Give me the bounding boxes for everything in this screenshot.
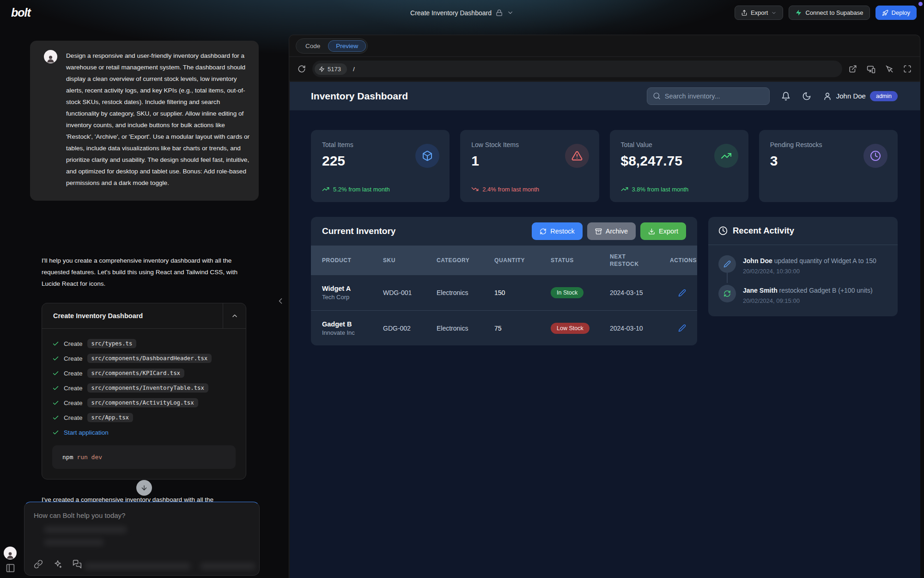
rocket-icon [882, 10, 888, 16]
responsive-devices-icon[interactable] [867, 65, 875, 74]
blurred-text [85, 563, 191, 570]
start-application-row[interactable]: Start application [52, 425, 236, 440]
open-external-icon[interactable] [849, 65, 857, 73]
cell-restock-date: 2024-03-10 [610, 325, 670, 332]
file-path: src/components/InventoryTable.tsx [87, 383, 208, 393]
cell-sku: GDG-002 [383, 325, 437, 332]
download-icon [648, 228, 655, 235]
artifact-card: Create Inventory Dashboard Create src/ty… [42, 303, 246, 480]
table-row[interactable]: Widget A Tech Corp WDG-001 Electronics 1… [311, 275, 697, 310]
project-title-menu[interactable]: Create Inventory Dashboard [410, 9, 514, 17]
chevron-down-icon [507, 9, 514, 16]
command-name: npm [62, 454, 73, 461]
activity-user: Jane Smith [743, 287, 778, 294]
view-tabs: Code Preview [289, 35, 920, 56]
activity-title: Recent Activity [733, 226, 794, 236]
bell-icon[interactable] [781, 92, 790, 101]
attach-link-icon[interactable] [34, 560, 43, 569]
cell-quantity[interactable]: 75 [494, 325, 551, 332]
inspector-cursor-icon[interactable] [885, 65, 894, 73]
file-path: src/types.ts [87, 339, 137, 348]
file-create-row[interactable]: Create src/components/ActivityLog.tsx [52, 395, 236, 410]
bolt-logo: bolt [11, 6, 30, 19]
port-pill[interactable]: 5173 [315, 63, 347, 75]
file-create-row[interactable]: Create src/components/KPICard.tsx [52, 366, 236, 381]
check-icon [52, 370, 59, 377]
col-sku: SKU [383, 257, 437, 264]
start-application-link[interactable]: Start application [64, 429, 109, 436]
export-label: Export [659, 228, 678, 235]
address-field[interactable]: 5173 / [312, 61, 842, 77]
chat-input-placeholder: How can Bolt help you today? [34, 511, 250, 519]
dashboard-header: Inventory Dashboard Search inventory... … [290, 82, 920, 111]
restock-button[interactable]: Restock [532, 222, 582, 240]
sparkles-icon[interactable] [53, 560, 62, 569]
scroll-to-bottom-button[interactable] [136, 480, 152, 496]
lock-icon [496, 9, 503, 16]
artifact-collapse-button[interactable] [223, 303, 246, 328]
edit-pencil-icon[interactable] [678, 289, 686, 297]
chevron-down-icon [771, 10, 777, 16]
user-message: Design a responsive and user-friendly in… [30, 41, 259, 201]
clock-icon [870, 150, 881, 161]
connect-supabase-button[interactable]: Connect to Supabase [789, 6, 869, 20]
discuss-mode-icon[interactable] [73, 560, 82, 569]
file-action: Create [64, 385, 83, 392]
check-icon [52, 385, 59, 392]
upload-icon [741, 10, 748, 16]
sidebar-toggle-button[interactable] [6, 563, 15, 573]
col-product: PRODUCT [322, 257, 383, 264]
refresh-icon [540, 228, 547, 235]
file-path: src/components/DashboardHeader.tsx [87, 354, 212, 363]
activity-action: restocked Gadget B (+100 units) [779, 287, 873, 294]
account-avatar-button[interactable] [4, 547, 17, 560]
user-message-text: Design a responsive and user-friendly in… [66, 50, 250, 189]
kpi-change: 5.2% from last month [333, 186, 390, 193]
arrow-down-icon [140, 484, 148, 492]
chevron-up-icon [231, 312, 238, 320]
trending-up-icon [322, 185, 329, 193]
export-button[interactable]: Export [735, 6, 784, 20]
cell-sku: WDG-001 [383, 289, 437, 296]
user-menu[interactable]: John Doe admin [823, 91, 898, 101]
archive-button[interactable]: Archive [587, 222, 636, 240]
supabase-bolt-icon [795, 9, 802, 16]
edit-pencil-icon [723, 260, 731, 268]
deploy-button[interactable]: Deploy [875, 6, 917, 20]
table-row[interactable]: Gadget B Innovate Inc GDG-002 Electronic… [311, 310, 697, 345]
cell-quantity[interactable]: 150 [494, 289, 551, 296]
search-placeholder: Search inventory... [665, 92, 720, 100]
export-data-button[interactable]: Export [640, 222, 686, 240]
edit-pencil-icon[interactable] [678, 324, 686, 332]
activity-item: Jane Smith restocked Gadget B (+100 unit… [718, 285, 888, 304]
tab-code[interactable]: Code [298, 40, 328, 52]
deploy-label: Deploy [892, 9, 910, 16]
check-icon [52, 429, 59, 436]
file-create-row[interactable]: Create src/App.tsx [52, 410, 236, 425]
reload-icon[interactable] [298, 65, 306, 73]
activity-action: updated quantity of Widget A to 150 [774, 257, 876, 264]
chat-panel: Design a responsive and user-friendly in… [0, 25, 289, 578]
tab-preview[interactable]: Preview [328, 40, 366, 52]
check-icon [52, 340, 59, 347]
file-create-row[interactable]: Create src/types.ts [52, 336, 236, 351]
archive-label: Archive [606, 228, 628, 235]
collapse-chat-button[interactable] [276, 296, 285, 306]
file-action: Create [64, 340, 83, 347]
user-name: John Doe [836, 92, 866, 100]
col-status: STATUS [551, 257, 610, 264]
col-category: CATEGORY [437, 257, 494, 264]
clock-icon [718, 226, 728, 235]
activity-item: John Doe updated quantity of Widget A to… [718, 255, 888, 275]
command-args: run dev [77, 454, 102, 461]
top-bar: bolt Create Inventory Dashboard Export C… [0, 0, 924, 25]
chat-input-box[interactable]: How can Bolt help you today? [24, 502, 260, 576]
file-create-row[interactable]: Create src/components/InventoryTable.tsx [52, 381, 236, 395]
export-label: Export [751, 9, 768, 16]
file-create-row[interactable]: Create src/components/DashboardHeader.ts… [52, 351, 236, 366]
fullscreen-icon[interactable] [903, 65, 912, 73]
dark-mode-toggle-icon[interactable] [802, 92, 811, 101]
search-input[interactable]: Search inventory... [647, 87, 770, 105]
user-icon [823, 92, 832, 101]
col-quantity: QUANTITY [494, 257, 551, 264]
